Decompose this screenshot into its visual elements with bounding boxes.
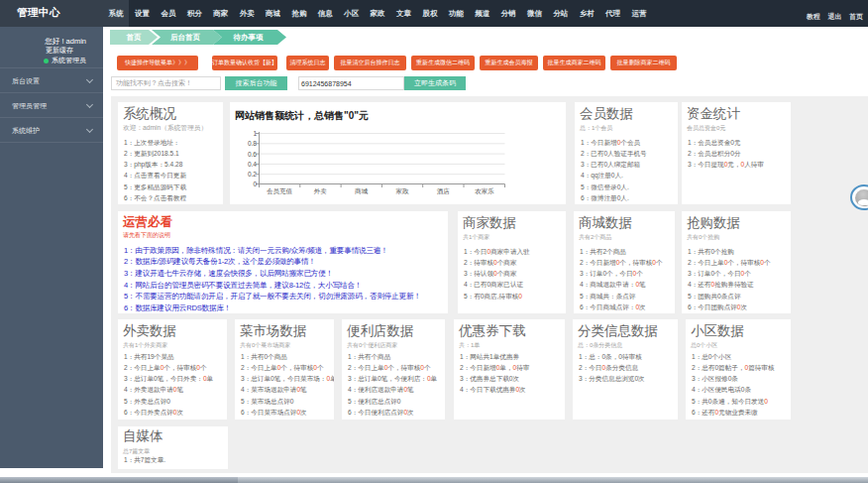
svg-text:外卖: 外卖 [314,187,328,194]
svg-text:0.4: 0.4 [248,161,257,168]
svg-text:农家乐: 农家乐 [474,187,494,194]
svg-text:酒店: 酒店 [437,187,451,195]
svg-text:0.8: 0.8 [248,140,257,147]
svg-text:0.2: 0.2 [248,171,257,178]
svg-text:0.6: 0.6 [248,151,257,158]
svg-text:网站销售额统计，总销售"0"元: 网站销售额统计，总销售"0"元 [235,110,369,121]
svg-text:商城: 商城 [355,187,369,194]
svg-text:家政: 家政 [395,187,409,194]
svg-text:会员充值: 会员充值 [267,187,293,195]
svg-text:0: 0 [253,181,257,187]
svg-text:1: 1 [253,130,257,137]
